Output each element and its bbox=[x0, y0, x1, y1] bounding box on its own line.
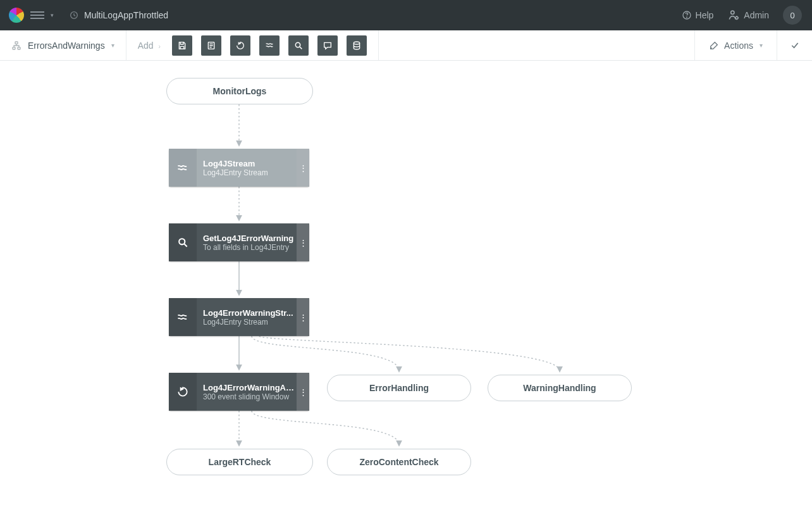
node-title: Log4ErrorWarningStr... bbox=[203, 308, 294, 318]
node-errorhandling[interactable]: ErrorHandling bbox=[327, 375, 471, 401]
node-log4jstream[interactable]: Log4JStreamLog4JEntry Stream ⋮ bbox=[169, 149, 309, 187]
workflow-name: ErrorsAndWarnings bbox=[28, 41, 105, 51]
help-link[interactable]: Help bbox=[682, 10, 714, 20]
node-menu-icon[interactable]: ⋮ bbox=[297, 149, 309, 187]
search-icon bbox=[169, 223, 197, 261]
svg-point-2 bbox=[686, 17, 687, 18]
node-menu-icon[interactable]: ⋮ bbox=[297, 223, 309, 261]
node-warninghandling[interactable]: WarningHandling bbox=[488, 375, 632, 401]
toolbar-comment-button[interactable] bbox=[317, 35, 338, 56]
toolbar-save-button[interactable] bbox=[172, 35, 192, 56]
svg-point-4 bbox=[735, 16, 738, 19]
node-subtitle: To all fields in Log4JEntry bbox=[203, 243, 294, 252]
node-label: WarningHandling bbox=[523, 383, 596, 393]
svg-point-11 bbox=[179, 239, 185, 244]
chevron-down-icon[interactable]: ▾ bbox=[51, 12, 54, 18]
add-section: Add › bbox=[126, 30, 379, 60]
node-menu-icon[interactable]: ⋮ bbox=[297, 298, 309, 336]
menu-icon[interactable] bbox=[30, 11, 44, 19]
sitemap-icon bbox=[11, 41, 22, 51]
notification-count: 0 bbox=[790, 11, 794, 20]
node-label: MonitorLogs bbox=[213, 86, 267, 96]
app-name[interactable]: MultiLogAppThrottled bbox=[84, 10, 168, 20]
user-menu[interactable]: Admin bbox=[727, 9, 769, 22]
node-label: ErrorHandling bbox=[369, 383, 429, 393]
node-subtitle: Log4JEntry Stream bbox=[203, 168, 294, 177]
node-title: Log4JErrorWarningAc... bbox=[203, 383, 294, 392]
node-title: Log4JStream bbox=[203, 159, 294, 168]
node-log4jerrorwarningactivity[interactable]: Log4JErrorWarningAc...300 event sliding … bbox=[169, 373, 309, 411]
stream-icon bbox=[169, 149, 197, 187]
node-label: LargeRTCheck bbox=[209, 457, 271, 467]
node-title: GetLog4JErrorWarning bbox=[203, 234, 294, 243]
node-subtitle: 300 event sliding Window bbox=[203, 392, 294, 401]
node-monitorlogs[interactable]: MonitorLogs bbox=[166, 78, 313, 104]
node-subtitle: Log4JEntry Stream bbox=[203, 318, 294, 327]
node-largertcheck[interactable]: LargeRTCheck bbox=[166, 449, 313, 475]
svg-rect-6 bbox=[13, 47, 15, 49]
actions-menu[interactable]: Actions ▾ bbox=[694, 30, 777, 60]
toolbar-lineage-button[interactable] bbox=[347, 35, 367, 56]
app-type-icon bbox=[69, 10, 79, 20]
help-label: Help bbox=[696, 10, 714, 20]
user-label: Admin bbox=[744, 10, 769, 20]
node-menu-icon[interactable]: ⋮ bbox=[297, 373, 309, 411]
actions-label: Actions bbox=[724, 41, 753, 51]
app-logo[interactable] bbox=[9, 8, 24, 23]
node-getlog4jerrorwarning[interactable]: GetLog4JErrorWarningTo all fields in Log… bbox=[169, 223, 309, 261]
svg-rect-7 bbox=[18, 47, 20, 49]
workflow-canvas[interactable]: MonitorLogs Log4JStreamLog4JEntry Stream… bbox=[0, 61, 812, 512]
chevron-right-icon: › bbox=[158, 43, 160, 50]
notification-badge[interactable]: 0 bbox=[783, 6, 802, 25]
svg-point-9 bbox=[295, 42, 300, 47]
node-log4errorwarningstream[interactable]: Log4ErrorWarningStr...Log4JEntry Stream … bbox=[169, 298, 309, 336]
chevron-down-icon: ▾ bbox=[760, 42, 763, 49]
svg-point-3 bbox=[731, 11, 734, 14]
replay-icon bbox=[169, 373, 197, 411]
node-label: ZeroContentCheck bbox=[359, 457, 438, 467]
toolbar-source-button[interactable] bbox=[201, 35, 221, 56]
svg-point-10 bbox=[354, 42, 359, 44]
add-button[interactable]: Add › bbox=[138, 41, 161, 51]
validate-button[interactable] bbox=[777, 30, 812, 60]
add-label: Add bbox=[138, 41, 154, 51]
stream-icon bbox=[169, 298, 197, 336]
top-bar: ▾ MultiLogAppThrottled Help Admin 0 bbox=[0, 0, 812, 30]
svg-rect-5 bbox=[15, 42, 18, 44]
toolbar-replay-button[interactable] bbox=[230, 35, 250, 56]
node-zerocontentcheck[interactable]: ZeroContentCheck bbox=[327, 449, 471, 475]
toolbar-search-button[interactable] bbox=[288, 35, 309, 56]
chevron-down-icon: ▾ bbox=[111, 42, 114, 49]
toolbar-stream-button[interactable] bbox=[259, 35, 280, 56]
workflow-selector[interactable]: ErrorsAndWarnings ▾ bbox=[0, 30, 126, 60]
toolbar: ErrorsAndWarnings ▾ Add › Actions ▾ bbox=[0, 30, 812, 61]
